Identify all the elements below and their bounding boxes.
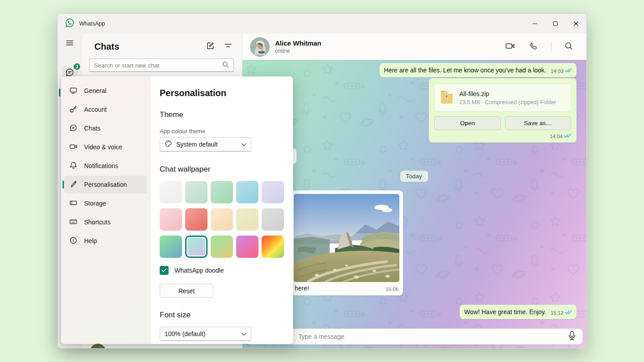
message-file[interactable]: All-files.zip 23.5 MB · Compressed (zipp… — [429, 78, 576, 143]
file-card: All-files.zip 23.5 MB · Compressed (zipp… — [434, 84, 571, 112]
key-icon — [69, 105, 77, 114]
contact-avatar[interactable] — [250, 37, 270, 57]
message-photo[interactable]: here! 15:06 — [290, 190, 403, 295]
chevron-down-icon — [241, 330, 246, 337]
message-time: 14:03 — [551, 68, 564, 74]
settings-item-chats[interactable]: Chats — [64, 119, 147, 137]
chat-wallpaper: Here are all the files. Let me know once… — [242, 60, 586, 348]
settings-item-notifications[interactable]: Notifications — [64, 157, 147, 175]
reset-button[interactable]: Reset — [160, 284, 213, 298]
settings-item-account[interactable]: Account — [64, 101, 147, 118]
settings-item-label: Video & voice — [84, 143, 122, 151]
wallpaper-swatch-9[interactable] — [236, 208, 258, 231]
settings-item-label: Account — [84, 106, 107, 113]
unread-badge: 3 — [73, 63, 80, 70]
theme-value: System default — [176, 141, 218, 148]
new-chat-button[interactable] — [204, 41, 216, 52]
conversation-header: Alice Whitman online — [242, 34, 586, 60]
settings-item-label: Personalisation — [84, 181, 127, 188]
settings-item-label: Storage — [84, 200, 106, 207]
photo-mountain-landscape[interactable] — [294, 194, 399, 282]
read-receipt-icon — [565, 68, 572, 74]
voice-call-button[interactable] — [528, 41, 539, 53]
filter-chats-button[interactable] — [222, 41, 234, 52]
video-camera-icon — [505, 41, 516, 53]
conversation-area: Alice Whitman online — [242, 34, 586, 348]
settings-item-general[interactable]: General — [64, 82, 147, 100]
wallpaper-swatch-7[interactable] — [185, 208, 208, 231]
message-time: 15:12 — [551, 310, 564, 316]
wallpaper-swatch-10[interactable] — [262, 208, 284, 231]
message-outgoing[interactable]: Here are all the files. Let me know once… — [380, 63, 576, 77]
wallpaper-swatch-grid — [160, 181, 285, 258]
chat-name: Ziggy Woodley — [118, 347, 162, 349]
search-bar[interactable] — [89, 59, 234, 72]
chevron-down-icon — [241, 141, 246, 148]
font-size-dropdown[interactable]: 100% (default) — [160, 327, 251, 341]
message-outgoing[interactable]: Wow! Have great time. Enjoy. 15:12 — [460, 305, 576, 319]
wallpaper-swatch-3[interactable] — [211, 181, 233, 203]
read-receipt-icon — [564, 133, 571, 139]
rail-selected-indicator — [59, 88, 60, 97]
wallpaper-swatch-4[interactable] — [236, 181, 258, 203]
wallpaper-swatch-2[interactable] — [185, 181, 208, 203]
search-conversation-button[interactable] — [563, 41, 575, 53]
maximize-button[interactable] — [545, 14, 566, 34]
wallpaper-swatch-6[interactable] — [160, 208, 182, 231]
compose-icon — [206, 41, 215, 52]
wallpaper-heading: Chat wallpaper — [160, 165, 284, 174]
doodle-label: WhatsApp doodle — [174, 267, 224, 274]
zip-folder-icon — [440, 89, 453, 106]
font-size-value: 100% (default) — [165, 330, 205, 337]
chats-title: Chats — [94, 42, 119, 52]
chat-bubble-icon — [69, 124, 77, 133]
read-receipt-icon — [565, 310, 572, 316]
message-composer[interactable] — [246, 328, 583, 345]
wallpaper-swatch-15[interactable] — [262, 236, 284, 258]
file-name: All-files.zip — [459, 90, 556, 97]
wallpaper-swatch-1[interactable] — [160, 181, 182, 203]
settings-item-storage[interactable]: Storage — [64, 194, 147, 212]
menu-button[interactable] — [62, 36, 77, 51]
avatar — [90, 344, 106, 349]
settings-item-shortcuts[interactable]: Shortcuts — [64, 213, 147, 231]
search-input[interactable] — [94, 62, 222, 69]
open-file-button[interactable]: Open — [434, 116, 501, 130]
doodle-checkbox[interactable] — [160, 266, 169, 275]
info-icon — [69, 236, 77, 246]
settings-item-video-voice[interactable]: Video & voice — [64, 138, 147, 156]
contact-name: Alice Whitman — [275, 39, 321, 47]
photo-caption: here! — [295, 285, 309, 292]
search-icon — [564, 42, 573, 52]
settings-item-label: General — [84, 87, 106, 94]
close-button[interactable] — [566, 14, 586, 34]
settings-item-personalisation[interactable]: Personalisation — [64, 176, 147, 194]
microphone-icon[interactable] — [568, 331, 576, 342]
message-time: 14:04 — [550, 134, 563, 139]
theme-dropdown[interactable]: System default — [160, 137, 251, 152]
date-divider: Today — [400, 171, 428, 182]
filter-icon — [224, 41, 233, 52]
wallpaper-swatch-12[interactable] — [185, 236, 208, 258]
video-call-button[interactable] — [504, 41, 516, 53]
wallpaper-swatch-11[interactable] — [160, 236, 182, 258]
font-size-heading: Font size — [160, 311, 284, 320]
file-meta: 23.5 MB · Compressed (zipped) Folder — [459, 99, 556, 105]
theme-heading: Theme — [160, 110, 284, 119]
wallpaper-swatch-14[interactable] — [236, 236, 258, 258]
message-input[interactable] — [298, 333, 568, 340]
whatsapp-logo-icon — [65, 18, 75, 29]
wallpaper-swatch-13[interactable] — [211, 236, 233, 258]
header-divider — [551, 42, 551, 52]
save-as-button[interactable]: Save as… — [505, 116, 572, 130]
wallpaper-swatch-5[interactable] — [262, 181, 284, 203]
palette-icon — [165, 140, 172, 149]
wallpaper-swatch-8[interactable] — [211, 208, 233, 231]
app-colour-label: App colour theme — [160, 128, 284, 135]
message-time: 15:06 — [386, 286, 398, 292]
message-text: Wow! Have great time. Enjoy. — [464, 308, 546, 316]
settings-item-help[interactable]: Help — [64, 232, 147, 250]
minimize-button[interactable] — [525, 14, 545, 34]
window-title: WhatsApp — [79, 21, 105, 27]
display-icon — [69, 86, 77, 96]
